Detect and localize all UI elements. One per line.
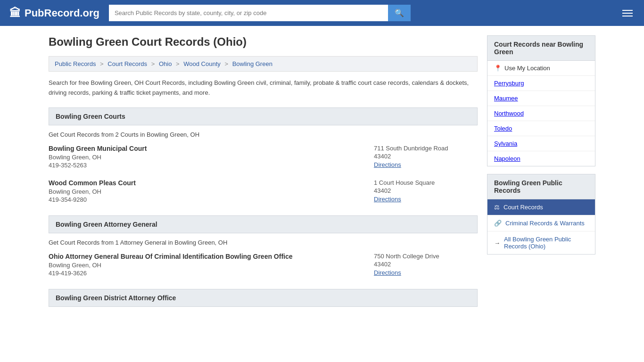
sidebar-public-list: ⚖ Court Records 🔗 Criminal Records & War…	[487, 199, 595, 255]
pleas-court-zip: 43402	[374, 187, 478, 194]
location-pin-icon: 📍	[494, 65, 502, 72]
attorney-office-zip: 43402	[374, 261, 478, 268]
breadcrumb: Public Records > Court Records > Ohio > …	[49, 56, 478, 72]
sidebar-use-location[interactable]: 📍 Use My Location	[487, 61, 595, 76]
municipal-court-phone: 419-352-5263	[49, 162, 355, 169]
courts-count-text: Get Court Records from 2 Courts in Bowli…	[49, 131, 478, 138]
municipal-court-zip: 43402	[374, 153, 478, 160]
sidebar-all-public-records[interactable]: → All Bowling Green Public Records (Ohio…	[487, 231, 595, 254]
all-records-icon: →	[494, 239, 500, 247]
sidebar-near-header: Court Records near Bowling Green	[487, 35, 595, 61]
breadcrumb-sep-3: >	[176, 60, 180, 67]
attorney-section-header: Bowling Green Attorney General	[49, 215, 478, 233]
menu-line-1	[622, 10, 633, 11]
pleas-court-entry: Wood Common Pleas Court Bowling Green, O…	[49, 179, 478, 204]
attorney-office-directions-link[interactable]: Directions	[374, 269, 401, 276]
municipal-court-directions-link[interactable]: Directions	[374, 161, 401, 168]
search-button[interactable]: 🔍	[388, 5, 411, 21]
sidebar-near-sylvania[interactable]: Sylvania	[487, 136, 595, 151]
pleas-court-address: 1 Court House Square	[374, 179, 478, 186]
menu-line-3	[622, 16, 633, 16]
pleas-court-name: Wood Common Pleas Court	[49, 179, 355, 187]
near-sylvania-link[interactable]: Sylvania	[494, 140, 517, 147]
sidebar-near-block: Court Records near Bowling Green 📍 Use M…	[487, 35, 595, 166]
pleas-court-directions-link[interactable]: Directions	[374, 196, 401, 203]
courts-section: Bowling Green Courts Get Court Records f…	[49, 107, 478, 204]
search-bar: 🔍	[109, 5, 411, 21]
breadcrumb-wood-county[interactable]: Wood County	[183, 60, 221, 67]
sidebar-near-toledo[interactable]: Toledo	[487, 121, 595, 136]
content-area: Bowling Green Court Records (Ohio) Publi…	[49, 35, 478, 318]
sidebar-public-header-text: Bowling Green Public Records	[494, 179, 562, 194]
pleas-court-right: 1 Court House Square 43402 Directions	[374, 179, 478, 204]
municipal-court-address: 711 South Dunbridge Road	[374, 145, 478, 152]
court-records-link[interactable]: Court Records	[504, 204, 543, 211]
municipal-court-name: Bowling Green Municipal Court	[49, 145, 355, 152]
attorney-section: Bowling Green Attorney General Get Court…	[49, 215, 478, 278]
attorney-count-text: Get Court Records from 1 Attorney Genera…	[49, 239, 478, 246]
breadcrumb-bowling-green[interactable]: Bowling Green	[232, 60, 272, 67]
attorney-office-directions[interactable]: Directions	[374, 269, 478, 276]
courts-section-header: Bowling Green Courts	[49, 107, 478, 125]
near-northwood-link[interactable]: Northwood	[494, 110, 524, 117]
sidebar: Court Records near Bowling Green 📍 Use M…	[487, 35, 595, 318]
breadcrumb-sep-4: >	[224, 60, 228, 67]
pleas-court-left: Wood Common Pleas Court Bowling Green, O…	[49, 179, 355, 204]
breadcrumb-sep-1: >	[100, 60, 104, 67]
site-logo[interactable]: 🏛 PubRecord.org	[9, 7, 99, 20]
sidebar-criminal-records[interactable]: 🔗 Criminal Records & Warrants	[487, 215, 595, 231]
sidebar-public-header: Bowling Green Public Records	[487, 174, 595, 199]
attorney-office-entry: Ohio Attorney General Bureau Of Criminal…	[49, 253, 478, 278]
breadcrumb-court-records[interactable]: Court Records	[107, 60, 147, 67]
search-input[interactable]	[109, 5, 388, 21]
logo-icon: 🏛	[9, 7, 21, 20]
breadcrumb-sep-2: >	[151, 60, 155, 67]
logo-text: PubRecord.org	[25, 7, 99, 19]
sidebar-near-northwood[interactable]: Northwood	[487, 106, 595, 121]
attorney-office-address: 750 North College Drive	[374, 253, 478, 260]
municipal-court-directions[interactable]: Directions	[374, 161, 478, 168]
pleas-court-phone: 419-354-9280	[49, 196, 355, 203]
page-description: Search for free Bowling Green, OH Court …	[49, 78, 478, 98]
attorney-office-right: 750 North College Drive 43402 Directions	[374, 253, 478, 278]
site-header: 🏛 PubRecord.org 🔍	[0, 0, 644, 26]
near-perrysburg-link[interactable]: Perrysburg	[494, 80, 524, 87]
municipal-court-left: Bowling Green Municipal Court Bowling Gr…	[49, 145, 355, 170]
sidebar-near-maumee[interactable]: Maumee	[487, 91, 595, 106]
near-toledo-link[interactable]: Toledo	[494, 125, 512, 132]
sidebar-court-records[interactable]: ⚖ Court Records	[487, 199, 595, 215]
sidebar-near-perrysburg[interactable]: Perrysburg	[487, 76, 595, 91]
sidebar-near-header-text: Court Records near Bowling Green	[494, 41, 583, 56]
attorney-office-name: Ohio Attorney General Bureau Of Criminal…	[49, 253, 355, 260]
attorney-office-phone: 419-419-3626	[49, 270, 355, 277]
use-location-label: Use My Location	[504, 65, 550, 72]
main-container: Bowling Green Court Records (Ohio) Publi…	[39, 26, 605, 328]
attorney-office-city: Bowling Green, OH	[49, 262, 355, 269]
sidebar-near-napoleon[interactable]: Napoleon	[487, 151, 595, 166]
all-records-link[interactable]: All Bowling Green Public Records (Ohio)	[504, 236, 588, 250]
breadcrumb-public-records[interactable]: Public Records	[55, 60, 96, 67]
district-section-header: Bowling Green District Attorney Office	[49, 289, 478, 307]
attorney-office-left: Ohio Attorney General Bureau Of Criminal…	[49, 253, 355, 278]
menu-line-2	[622, 13, 633, 14]
near-napoleon-link[interactable]: Napoleon	[494, 155, 520, 162]
page-title: Bowling Green Court Records (Ohio)	[49, 35, 478, 49]
municipal-court-entry: Bowling Green Municipal Court Bowling Gr…	[49, 145, 478, 170]
menu-button[interactable]	[620, 8, 635, 18]
near-maumee-link[interactable]: Maumee	[494, 95, 518, 102]
sidebar-near-list: 📍 Use My Location Perrysburg Maumee Nort…	[487, 61, 595, 166]
district-section: Bowling Green District Attorney Office	[49, 289, 478, 307]
municipal-court-right: 711 South Dunbridge Road 43402 Direction…	[374, 145, 478, 170]
pleas-court-directions[interactable]: Directions	[374, 195, 478, 203]
search-icon: 🔍	[395, 9, 404, 17]
breadcrumb-ohio[interactable]: Ohio	[159, 60, 172, 67]
criminal-records-icon: 🔗	[494, 220, 502, 227]
court-records-icon: ⚖	[494, 204, 500, 211]
pleas-court-city: Bowling Green, OH	[49, 188, 355, 195]
municipal-court-city: Bowling Green, OH	[49, 154, 355, 161]
sidebar-public-block: Bowling Green Public Records ⚖ Court Rec…	[487, 174, 595, 255]
criminal-records-link[interactable]: Criminal Records & Warrants	[505, 220, 585, 227]
